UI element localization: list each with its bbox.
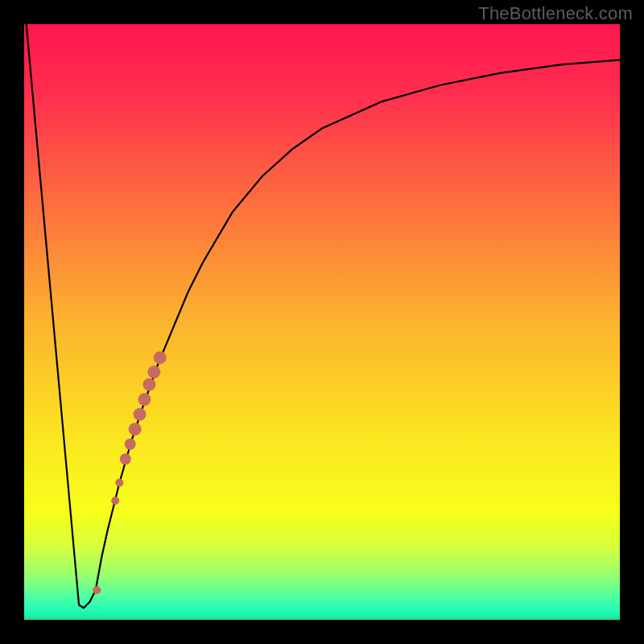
data-marker: [154, 351, 167, 364]
data-marker: [93, 586, 101, 594]
data-marker: [142, 378, 155, 391]
chart-svg: [0, 0, 644, 644]
data-marker: [134, 408, 147, 421]
plot-background: [24, 24, 620, 620]
data-marker: [129, 423, 142, 436]
data-marker: [120, 453, 131, 464]
chart-stage: TheBottleneck.com: [0, 0, 644, 644]
data-marker: [111, 497, 119, 505]
data-marker: [125, 439, 136, 450]
data-marker: [147, 365, 160, 378]
watermark-text: TheBottleneck.com: [478, 3, 633, 24]
data-marker: [138, 393, 151, 406]
data-marker: [115, 479, 123, 487]
